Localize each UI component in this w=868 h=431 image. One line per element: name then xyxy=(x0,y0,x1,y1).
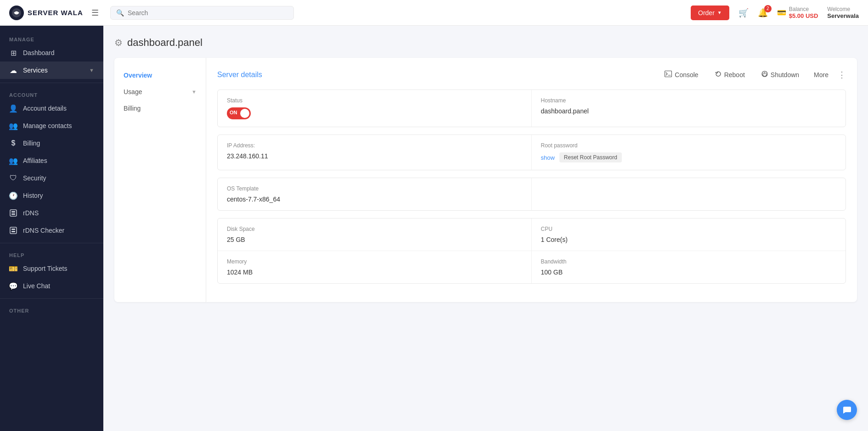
cpu-value: 1 Core(s) xyxy=(541,236,837,243)
sidebar-item-rdns[interactable]: rDNS xyxy=(0,204,103,222)
services-icon: ☁ xyxy=(9,66,17,74)
cpu-cell: CPU 1 Core(s) xyxy=(532,218,846,251)
brand-logo xyxy=(9,6,24,20)
search-bar: 🔍 xyxy=(110,6,294,20)
notification-badge: 2 xyxy=(764,5,772,12)
notification-icon[interactable]: 🔔 2 xyxy=(758,8,768,18)
account-section-label: ACCOUNT xyxy=(0,87,103,100)
os-template-card: OS Template centos-7.7-x86_64 xyxy=(217,178,846,211)
dashboard-icon: ⊞ xyxy=(9,49,17,57)
sidebar-item-affiliates[interactable]: 👥 Affiliates xyxy=(0,152,103,169)
rdns-checker-icon xyxy=(9,226,17,235)
sidebar-item-rdns-checker-label: rDNS Checker xyxy=(23,227,94,234)
layout: ⚙ dashboard.panel Overview Usage ▼ Billi… xyxy=(0,26,868,431)
password-row: show Reset Root Password xyxy=(541,152,837,162)
chat-bubble[interactable] xyxy=(837,400,857,420)
memory-value: 1024 MB xyxy=(227,269,522,276)
account-icon: 👤 xyxy=(9,104,17,112)
sidebar-item-history-label: History xyxy=(23,192,94,199)
page-title-icon: ⚙ xyxy=(114,37,123,48)
balance-icon: 💳 xyxy=(777,8,786,17)
sidebar-item-contacts-label: Manage contacts xyxy=(23,122,94,129)
balance-label: Balance xyxy=(789,6,818,12)
left-nav-billing[interactable]: Billing xyxy=(114,100,206,117)
server-details-header: Server details Console Reboo xyxy=(217,69,846,80)
sidebar-item-security-label: Security xyxy=(23,174,94,182)
server-actions: Console Reboot Shutdown xyxy=(661,69,846,80)
left-nav: Overview Usage ▼ Billing xyxy=(114,58,206,302)
svg-rect-6 xyxy=(11,231,15,232)
billing-icon: $ xyxy=(9,139,17,147)
welcome-info: Welcome Serverwala xyxy=(827,6,859,19)
sidebar-item-dashboard-label: Dashboard xyxy=(23,49,94,56)
reboot-label: Reboot xyxy=(724,71,745,78)
disk-value: 25 GB xyxy=(227,236,522,243)
sidebar-item-billing[interactable]: $ Billing xyxy=(0,134,103,152)
svg-rect-2 xyxy=(11,211,15,213)
hostname-cell: Hostname dashboard.panel xyxy=(532,90,846,127)
svg-rect-5 xyxy=(11,229,15,230)
disk-label: Disk Space xyxy=(227,226,522,232)
sidebar-item-manage-contacts[interactable]: 👥 Manage contacts xyxy=(0,117,103,134)
navbar: SERVER WALA ☰ 🔍 Order ▼ 🛒 🔔 2 💳 Balance … xyxy=(0,0,868,26)
cart-icon[interactable]: 🛒 xyxy=(738,8,749,18)
security-icon: 🛡 xyxy=(9,174,17,182)
sidebar: MANAGE ⊞ Dashboard ☁ Services ▼ ACCOUNT … xyxy=(0,26,103,431)
welcome-label: Welcome xyxy=(827,6,859,12)
memory-cell: Memory 1024 MB xyxy=(218,251,532,283)
status-toggle[interactable]: ON xyxy=(227,107,251,119)
welcome-name: Serverwala xyxy=(827,12,859,19)
shutdown-label: Shutdown xyxy=(771,71,799,78)
shutdown-button[interactable]: Shutdown xyxy=(758,69,803,80)
content-layout: Overview Usage ▼ Billing Server details xyxy=(114,58,857,302)
balance-info: 💳 Balance $5.00 USD xyxy=(777,6,818,19)
sidebar-item-security[interactable]: 🛡 Security xyxy=(0,169,103,187)
console-label: Console xyxy=(675,71,698,78)
toggle-on-label: ON xyxy=(230,110,237,115)
sidebar-item-account-label: Account details xyxy=(23,105,94,112)
history-icon: 🕐 xyxy=(9,191,17,200)
sidebar-item-rdns-checker[interactable]: rDNS Checker xyxy=(0,222,103,239)
sidebar-item-services[interactable]: ☁ Services ▼ xyxy=(0,62,103,79)
left-nav-usage[interactable]: Usage ▼ xyxy=(114,84,206,100)
disk-cell: Disk Space 25 GB xyxy=(218,218,532,251)
page-title-row: ⚙ dashboard.panel xyxy=(114,37,857,49)
navbar-right: Order ▼ 🛒 🔔 2 💳 Balance $5.00 USD Welcom… xyxy=(691,6,859,20)
sidebar-item-live-chat[interactable]: 💬 Live Chat xyxy=(0,277,103,295)
info-row-os: OS Template centos-7.7-x86_64 xyxy=(218,178,845,210)
sidebar-item-billing-label: Billing xyxy=(23,140,94,147)
hamburger-menu[interactable]: ☰ xyxy=(91,8,99,18)
reboot-button[interactable]: Reboot xyxy=(711,69,749,80)
services-arrow-icon: ▼ xyxy=(89,67,94,73)
other-section-label: OTHER xyxy=(0,302,103,315)
left-nav-overview-label: Overview xyxy=(124,72,152,79)
order-dropdown-arrow: ▼ xyxy=(717,10,722,15)
search-icon: 🔍 xyxy=(116,9,124,17)
sidebar-item-dashboard[interactable]: ⊞ Dashboard xyxy=(0,44,103,62)
sidebar-divider-1 xyxy=(0,83,103,83)
cpu-label: CPU xyxy=(541,226,837,232)
show-password-link[interactable]: show xyxy=(541,154,555,161)
reset-root-password-button[interactable]: Reset Root Password xyxy=(559,152,622,162)
reboot-icon xyxy=(715,71,721,78)
more-button[interactable]: ⋮ xyxy=(838,70,846,80)
brand: SERVER WALA ☰ xyxy=(9,6,110,20)
console-button[interactable]: Console xyxy=(661,69,702,80)
memory-label: Memory xyxy=(227,258,522,265)
order-button[interactable]: Order ▼ xyxy=(691,6,729,20)
left-nav-overview[interactable]: Overview xyxy=(114,67,206,84)
ip-cell: IP Address: 23.248.160.11 xyxy=(218,135,532,170)
os-cell: OS Template centos-7.7-x86_64 xyxy=(218,178,532,210)
rdns-icon xyxy=(9,209,17,217)
root-password-cell: Root password show Reset Root Password xyxy=(532,135,846,170)
sidebar-item-support-tickets[interactable]: 🎫 Support Tickets xyxy=(0,260,103,277)
svg-rect-1 xyxy=(10,210,17,216)
tickets-icon: 🎫 xyxy=(9,264,17,273)
sidebar-item-services-label: Services xyxy=(23,67,84,74)
sidebar-item-account-details[interactable]: 👤 Account details xyxy=(0,100,103,117)
sidebar-item-history[interactable]: 🕐 History xyxy=(0,187,103,204)
hostname-value: dashboard.panel xyxy=(541,107,837,115)
info-row-status: Status ON Hostname dashboa xyxy=(218,90,845,127)
toggle-wrapper: ON xyxy=(227,107,522,119)
search-input[interactable] xyxy=(128,9,288,17)
